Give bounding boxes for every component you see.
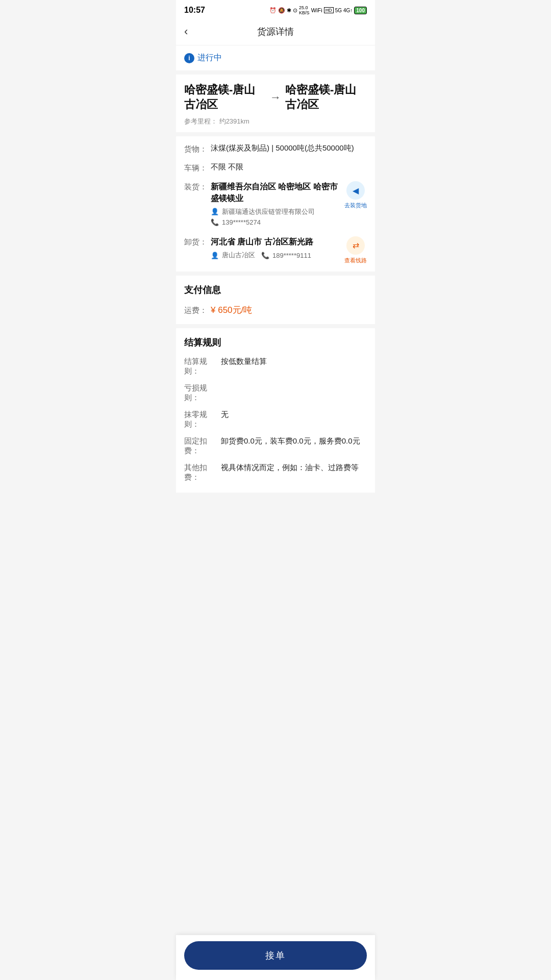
loading-row: 装货： 新疆维吾尔自治区 哈密地区 哈密市盛镁镁业 👤 新疆瑞通达供应链管理有限… xyxy=(184,181,367,228)
freight-label: 运费： xyxy=(184,305,211,315)
unloading-actions: ⇄ 查看线路 xyxy=(344,236,367,264)
cargo-info-section: 货物： 沫煤(煤炭及制品) | 50000吨(总共50000吨) 车辆： 不限 … xyxy=(176,136,375,276)
vehicle-label: 车辆： xyxy=(184,162,211,173)
accept-order-button[interactable]: 接单 xyxy=(184,941,367,970)
location-icon: ⊙ xyxy=(293,7,297,14)
phone-icon-2: 📞 xyxy=(261,252,269,259)
route-distance: 参考里程： 约2391km xyxy=(184,117,367,126)
settle-label: 其他扣费： xyxy=(184,463,221,482)
wifi-icon: WiFi xyxy=(311,7,322,13)
route-origin: 哈密盛镁-唐山古冶区 xyxy=(184,83,266,112)
route-arrow-icon: → xyxy=(270,91,281,104)
settle-value: 视具体情况而定，例如：油卡、过路费等 xyxy=(221,463,367,473)
settle-label: 结算规则： xyxy=(184,357,221,376)
cargo-row: 货物： 沫煤(煤炭及制品) | 50000吨(总共50000吨) xyxy=(184,143,367,154)
bluetooth-icon: ✱ xyxy=(287,7,291,14)
status-icons: ⏰ 🔕 ✱ ⊙ 25.0KB/S WiFi HD 5G 4G↑ 100 xyxy=(269,5,367,15)
loading-location-block: 新疆维吾尔自治区 哈密地区 哈密市盛镁镁业 👤 新疆瑞通达供应链管理有限公司 📞… xyxy=(211,181,340,228)
loading-phone-row: 📞 139*****5274 xyxy=(211,218,340,226)
signal-5g-icon: 5G xyxy=(335,8,342,13)
settle-value: 按低数量结算 xyxy=(221,357,367,366)
back-button[interactable]: ‹ xyxy=(184,25,188,38)
person-icon: 👤 xyxy=(211,208,219,215)
unloading-address: 河北省 唐山市 古冶区新光路 xyxy=(211,236,340,248)
settlement-row: 亏损规则： xyxy=(184,383,367,403)
status-label: 进行中 xyxy=(197,53,222,63)
settlement-row: 结算规则： 按低数量结算 xyxy=(184,357,367,376)
phone-icon: 📞 xyxy=(211,218,219,226)
unloading-location-block: 河北省 唐山市 古冶区新光路 👤 唐山古冶区 📞 189*****9111 xyxy=(211,236,340,262)
alarm-icon: ⏰ xyxy=(269,7,277,14)
route-destination: 哈密盛镁-唐山古冶区 xyxy=(285,83,367,112)
unloading-row: 卸货： 河北省 唐山市 古冶区新光路 👤 唐山古冶区 📞 189*****911… xyxy=(184,236,367,264)
settle-value: 无 xyxy=(221,410,367,420)
loading-company: 新疆瑞通达供应链管理有限公司 xyxy=(222,207,315,216)
settlement-section: 结算规则 结算规则： 按低数量结算 亏损规则： 抹零规则： 无 固定扣费： 卸货… xyxy=(176,328,375,497)
payment-section-title: 支付信息 xyxy=(184,284,367,296)
route-label: 查看线路 xyxy=(344,257,367,264)
unloading-area: 唐山古冶区 xyxy=(222,251,255,260)
status-bar: 10:57 ⏰ 🔕 ✱ ⊙ 25.0KB/S WiFi HD 5G 4G↑ 10… xyxy=(176,0,375,18)
settlement-row: 抹零规则： 无 xyxy=(184,410,367,429)
settle-label: 亏损规则： xyxy=(184,383,221,403)
freight-row: 运费： ¥ 650元/吨 xyxy=(184,304,367,316)
navigate-icon: ◀ xyxy=(353,186,359,195)
loading-label: 装货： xyxy=(184,181,211,192)
status-info-icon: i xyxy=(184,53,194,63)
battery-icon: 100 xyxy=(354,7,367,14)
unloading-label: 卸货： xyxy=(184,236,211,247)
page-title: 货源详情 xyxy=(257,26,294,38)
view-route-button[interactable]: ⇄ xyxy=(346,236,365,255)
cargo-label: 货物： xyxy=(184,143,211,154)
status-time: 10:57 xyxy=(184,6,205,15)
payment-section: 支付信息 运费： ¥ 650元/吨 xyxy=(176,276,375,328)
vehicle-row: 车辆： 不限 不限 xyxy=(184,162,367,173)
silent-icon: 🔕 xyxy=(278,7,285,14)
settle-label: 抹零规则： xyxy=(184,410,221,429)
loading-company-row: 👤 新疆瑞通达供应链管理有限公司 xyxy=(211,207,340,216)
speed-icon: 25.0KB/S xyxy=(299,5,310,15)
person-icon-2: 👤 xyxy=(211,252,219,259)
unloading-phone: 189*****9111 xyxy=(272,252,311,259)
freight-value: ¥ 650元/吨 xyxy=(211,304,252,316)
settlement-row: 固定扣费： 卸货费0.0元，装车费0.0元，服务费0.0元 xyxy=(184,436,367,456)
settlement-section-title: 结算规则 xyxy=(184,336,367,349)
header: ‹ 货源详情 xyxy=(176,18,375,45)
loading-phone: 139*****5274 xyxy=(222,218,261,226)
cargo-value: 沫煤(煤炭及制品) | 50000吨(总共50000吨) xyxy=(211,143,367,153)
bottom-bar: 接单 xyxy=(176,935,375,980)
settlement-rows: 结算规则： 按低数量结算 亏损规则： 抹零规则： 无 固定扣费： 卸货费0.0元… xyxy=(184,357,367,482)
route-icon: ⇄ xyxy=(353,240,359,250)
navigate-to-loading-button[interactable]: ◀ xyxy=(346,181,365,200)
loading-address: 新疆维吾尔自治区 哈密地区 哈密市盛镁镁业 xyxy=(211,181,340,204)
unloading-details-row: 👤 唐山古冶区 📞 189*****9111 xyxy=(211,251,340,260)
route-section: 哈密盛镁-唐山古冶区 → 哈密盛镁-唐山古冶区 参考里程： 约2391km xyxy=(176,75,375,136)
loading-actions: ◀ 去装货地 xyxy=(344,181,367,209)
navigate-label: 去装货地 xyxy=(344,202,367,209)
settle-value: 卸货费0.0元，装车费0.0元，服务费0.0元 xyxy=(221,436,367,446)
status-badge: i 进行中 xyxy=(184,53,222,63)
settle-label: 固定扣费： xyxy=(184,436,221,456)
settlement-row: 其他扣费： 视具体情况而定，例如：油卡、过路费等 xyxy=(184,463,367,482)
vehicle-value: 不限 不限 xyxy=(211,162,367,172)
signal-4g-icon: 4G↑ xyxy=(343,8,353,13)
hd-icon: HD xyxy=(324,7,334,13)
status-section: i 进行中 xyxy=(176,45,375,75)
